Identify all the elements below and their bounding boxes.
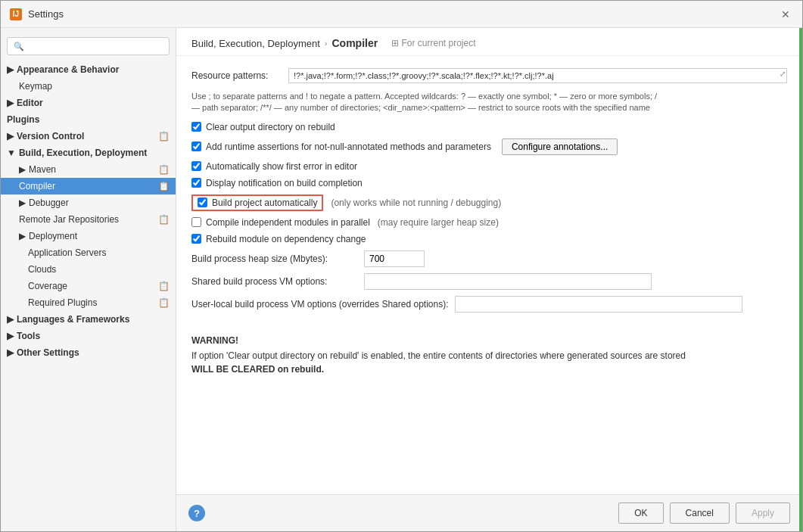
- arrow-icon: ▶: [7, 98, 14, 108]
- sidebar-item-label: Coverage: [28, 281, 67, 291]
- configure-annotations-button[interactable]: Configure annotations...: [502, 138, 618, 155]
- sidebar-item-label: Debugger: [29, 198, 69, 208]
- hint-text: Use ; to separate patterns and ! to nega…: [191, 91, 787, 114]
- compile-parallel-checkbox[interactable]: [191, 217, 201, 227]
- window-title: Settings: [28, 8, 64, 20]
- cancel-button[interactable]: Cancel: [670, 502, 730, 524]
- clear-output-label[interactable]: Clear output directory on rebuild: [206, 122, 335, 132]
- expand-icon[interactable]: ⤢: [780, 70, 786, 78]
- add-runtime-checkbox[interactable]: [191, 142, 201, 151]
- sidebar-item-label: Other Settings: [17, 347, 79, 358]
- hint-line1: Use ; to separate patterns and ! to nega…: [191, 92, 657, 101]
- compile-parallel-label[interactable]: Compile independent modules in parallel: [206, 217, 370, 228]
- panel-header: Build, Execution, Deployment › Compiler …: [176, 28, 802, 56]
- build-automatically-checkbox[interactable]: [198, 198, 207, 207]
- show-first-error-label[interactable]: Automatically show first error in editor: [206, 161, 357, 172]
- breadcrumb-project: ⊞ For current project: [391, 38, 475, 48]
- sidebar-item-compiler[interactable]: Compiler 📋: [1, 178, 176, 194]
- warning-text1: If option 'Clear output directory on reb…: [191, 350, 686, 361]
- user-local-vm-label: User-local build process VM options (ove…: [191, 299, 449, 310]
- sidebar-item-label: Version Control: [17, 131, 84, 142]
- help-button[interactable]: ?: [188, 505, 205, 521]
- option-add-runtime: Add runtime assertions for not-null-anno…: [191, 138, 787, 155]
- warning-title: WARNING!: [191, 335, 787, 346]
- sidebar-item-label: Editor: [17, 98, 43, 108]
- option-compile-parallel: Compile independent modules in parallel …: [191, 217, 787, 228]
- sidebar-item-label: Clouds: [28, 264, 56, 275]
- sidebar-item-label: Deployment: [29, 231, 77, 241]
- resource-patterns-row: Resource patterns: ⤢: [191, 68, 787, 83]
- display-notification-label[interactable]: Display notification on build completion: [206, 178, 363, 188]
- sidebar-item-label: Remote Jar Repositories: [19, 214, 119, 225]
- sidebar-item-clouds[interactable]: Clouds: [1, 261, 176, 278]
- show-first-error-checkbox[interactable]: [191, 161, 201, 171]
- sidebar-item-plugins[interactable]: Plugins: [1, 111, 176, 128]
- sidebar-item-appearance-behavior[interactable]: ▶ Appearance & Behavior: [1, 61, 176, 78]
- sidebar-item-required-plugins[interactable]: Required Plugins 📋: [1, 294, 176, 311]
- arrow-icon: ▶: [19, 164, 26, 175]
- shared-vm-label: Shared build process VM options:: [191, 276, 358, 287]
- sidebar-item-label: Tools: [17, 331, 40, 341]
- sidebar-item-tools[interactable]: ▶ Tools: [1, 328, 176, 344]
- heap-size-row: Build process heap size (Mbytes):: [191, 250, 787, 267]
- compile-parallel-hint: (may require larger heap size): [378, 217, 499, 228]
- arrow-icon: ▶: [7, 331, 14, 341]
- bottom-left: ?: [188, 505, 205, 521]
- external-icon: 📋: [158, 214, 170, 225]
- sidebar-item-keymap[interactable]: Keymap: [1, 78, 176, 95]
- option-clear-output: Clear output directory on rebuild: [191, 122, 787, 132]
- sidebar-item-editor[interactable]: ▶ Editor: [1, 95, 176, 111]
- title-bar: IJ Settings ✕: [1, 1, 802, 28]
- sidebar-item-version-control[interactable]: ▶ Version Control 📋: [1, 128, 176, 145]
- app-icon: IJ: [10, 8, 22, 20]
- sidebar-item-deployment[interactable]: ▶ Deployment: [1, 228, 176, 244]
- warning-text2: WILL BE CLEARED on rebuild.: [191, 364, 324, 375]
- sidebar-item-debugger[interactable]: ▶ Debugger: [1, 194, 176, 211]
- sidebar-item-label: Appearance & Behavior: [17, 64, 119, 75]
- arrow-icon: ▶: [7, 131, 14, 142]
- bottom-right: OK Cancel Apply: [618, 502, 790, 524]
- sidebar-item-label: Keymap: [19, 81, 52, 92]
- close-button[interactable]: ✕: [778, 7, 793, 22]
- arrow-icon: ▶: [19, 231, 26, 241]
- sidebar-item-languages-frameworks[interactable]: ▶ Languages & Frameworks: [1, 311, 176, 328]
- green-accent-bar: [799, 28, 802, 531]
- sidebar-item-coverage[interactable]: Coverage 📋: [1, 278, 176, 294]
- sidebar-item-remote-jar-repositories[interactable]: Remote Jar Repositories 📋: [1, 211, 176, 228]
- clear-output-checkbox[interactable]: [191, 122, 201, 132]
- external-icon: 📋: [158, 281, 170, 291]
- shared-vm-row: Shared build process VM options:: [191, 273, 787, 290]
- resource-patterns-input[interactable]: [288, 68, 787, 83]
- search-input[interactable]: [27, 41, 163, 51]
- breadcrumb-arrow: ›: [325, 39, 328, 48]
- warning-text: If option 'Clear output directory on reb…: [191, 349, 787, 376]
- title-bar-left: IJ Settings: [10, 8, 64, 20]
- ok-button[interactable]: OK: [618, 502, 663, 524]
- sidebar-item-other-settings[interactable]: ▶ Other Settings: [1, 344, 176, 361]
- option-build-automatically: Build project automatically (only works …: [191, 194, 787, 211]
- add-runtime-label[interactable]: Add runtime assertions for not-null-anno…: [206, 142, 491, 152]
- apply-button[interactable]: Apply: [736, 502, 790, 524]
- sidebar-item-maven[interactable]: ▶ Maven 📋: [1, 161, 176, 178]
- heap-size-input[interactable]: [364, 250, 425, 267]
- build-automatically-highlight: Build project automatically: [191, 194, 323, 211]
- build-automatically-label[interactable]: Build project automatically: [212, 198, 317, 208]
- external-icon: 📋: [158, 297, 170, 308]
- heap-size-label: Build process heap size (Mbytes):: [191, 254, 358, 264]
- shared-vm-input[interactable]: [364, 273, 652, 290]
- arrow-icon: ▼: [7, 148, 16, 158]
- rebuild-module-label[interactable]: Rebuild module on dependency change: [206, 234, 366, 244]
- search-box: 🔍: [7, 37, 170, 55]
- user-local-vm-input[interactable]: [455, 296, 742, 313]
- display-notification-checkbox[interactable]: [191, 178, 201, 188]
- sidebar-item-label: Build, Execution, Deployment: [19, 148, 147, 158]
- arrow-icon: ▶: [7, 347, 14, 358]
- bottom-bar: ? OK Cancel Apply: [176, 494, 802, 531]
- rebuild-module-checkbox[interactable]: [191, 234, 201, 244]
- arrow-icon: ▶: [7, 314, 14, 325]
- sidebar-item-build-execution-deployment[interactable]: ▼ Build, Execution, Deployment: [1, 145, 176, 161]
- sidebar-item-application-servers[interactable]: Application Servers: [1, 244, 176, 261]
- option-display-notification: Display notification on build completion: [191, 178, 787, 188]
- sidebar-item-label: Compiler: [19, 181, 55, 191]
- sidebar-item-label: Application Servers: [28, 247, 106, 258]
